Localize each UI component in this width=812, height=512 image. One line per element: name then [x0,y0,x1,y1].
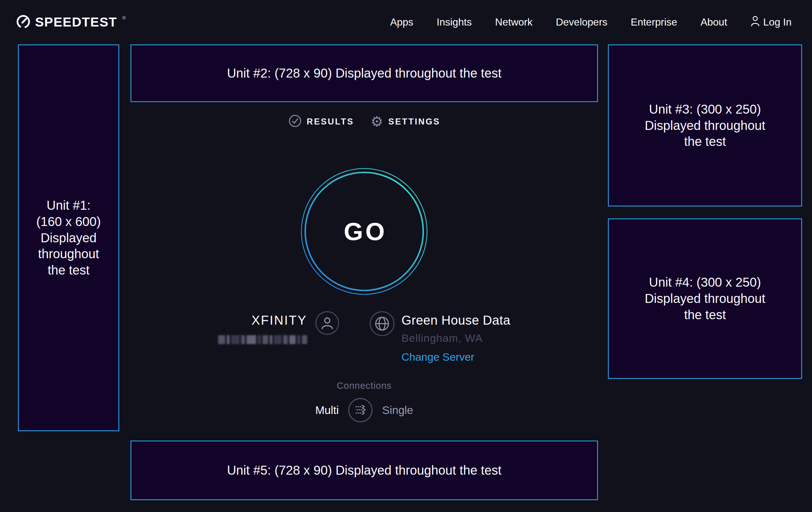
server-block: Green House Data Bellingham, WA Change S… [402,313,511,363]
masked-ip [218,335,307,344]
ad-unit-5-text: Unit #5: (728 x 90) Displayed throughout… [227,462,502,479]
ad-unit-1-line: (160 x 600) [36,214,101,230]
login-label: Log In [763,16,791,28]
connections-single-label[interactable]: Single [382,404,413,416]
server-globe-icon [370,311,395,336]
tab-settings[interactable]: ⚙ SETTINGS [371,115,440,129]
ad-unit-4[interactable]: Unit #4: (300 x 250) Displayed throughou… [608,218,802,379]
login-button[interactable]: Log In [750,15,791,29]
ad-unit-2[interactable]: Unit #2: (728 x 90) Displayed throughout… [130,44,598,102]
nav-item-enterprise[interactable]: Enterprise [631,16,677,28]
check-circle-icon [288,114,302,129]
speedtest-logo[interactable]: SPEEDTEST ® [16,15,125,30]
user-icon [750,15,760,29]
go-label: GO [300,168,428,295]
gauge-icon [16,15,31,30]
connection-meta: XFINITY Green House Data Bellingham, WA … [130,311,598,363]
ad-unit-4-line: Unit #4: (300 x 250) [649,274,761,291]
header: SPEEDTEST ® Apps Insights Network Develo… [0,0,812,44]
nav-item-developers[interactable]: Developers [556,16,608,28]
server-location: Bellingham, WA [402,332,511,344]
nav-item-network[interactable]: Network [495,16,532,28]
ad-unit-3-line: the test [684,133,726,150]
tab-results[interactable]: RESULTS [288,114,354,129]
connections-toggle[interactable] [348,398,373,422]
ad-unit-3[interactable]: Unit #3: (300 x 250) Displayed throughou… [608,44,802,207]
ad-unit-3-line: Displayed throughout [644,117,765,134]
ad-unit-4-line: Displayed throughout [644,291,765,307]
tabs-row: RESULTS ⚙ SETTINGS [130,114,598,129]
connections-multi-label[interactable]: Multi [315,404,339,416]
gear-icon: ⚙ [371,115,383,129]
nav-item-about[interactable]: About [700,16,727,28]
ad-unit-3-line: Unit #3: (300 x 250) [649,101,761,117]
connections-row: Multi Single [130,398,598,422]
ad-unit-2-text: Unit #2: (728 x 90) Displayed throughout… [227,65,502,81]
ad-unit-4-line: the test [684,307,726,323]
ad-unit-5[interactable]: Unit #5: (728 x 90) Displayed throughout… [130,440,598,500]
tab-results-label: RESULTS [307,117,354,127]
ad-unit-1-line: Unit #1: [47,197,91,214]
multi-arrows-icon [353,403,368,418]
ad-unit-1-line: throughout [38,246,99,262]
connections-section: Connections Multi Single [130,380,598,422]
isp-user-icon [315,311,339,335]
isp-name: XFINITY [218,313,307,327]
main-nav: Apps Insights Network Developers Enterpr… [390,15,791,29]
speedtest-page: { "header": { "logo_text": "SPEEDTEST", … [0,0,812,512]
ad-unit-1[interactable]: Unit #1: (160 x 600) Displayed throughou… [18,44,119,431]
isp-block: XFINITY [218,313,307,344]
nav-item-apps[interactable]: Apps [390,16,413,28]
tab-settings-label: SETTINGS [388,117,440,127]
logo-trademark: ® [122,15,126,21]
logo-wordmark: SPEEDTEST [35,15,117,30]
ad-unit-1-line: the test [48,262,89,278]
nav-item-insights[interactable]: Insights [437,16,472,28]
change-server-link[interactable]: Change Server [402,351,474,363]
server-name: Green House Data [402,313,511,327]
ad-unit-1-line: Displayed [40,230,97,246]
connections-label: Connections [130,380,598,391]
go-button[interactable]: GO [300,168,428,295]
